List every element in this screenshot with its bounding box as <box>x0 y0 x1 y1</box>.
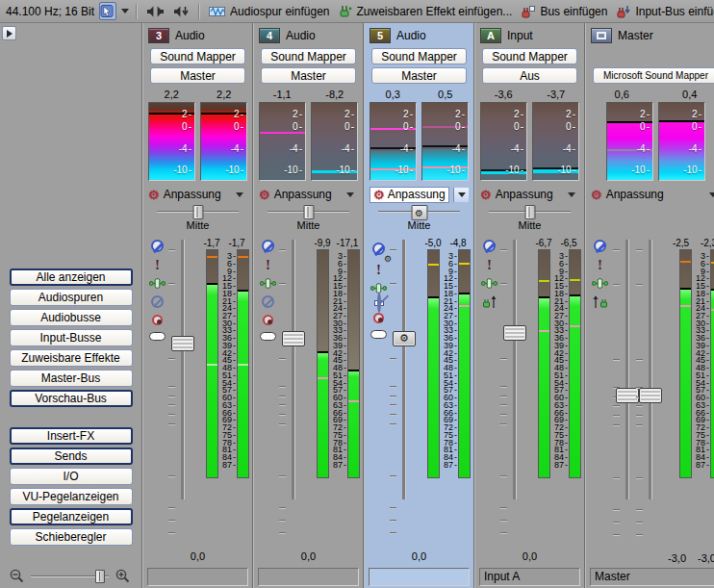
fader-track[interactable] <box>181 240 185 499</box>
sidebar-button-vorschau-bus[interactable]: Vorschau-Bus <box>10 390 133 407</box>
fader-track[interactable] <box>292 240 295 499</box>
dropdown-arrow-icon[interactable] <box>568 192 575 197</box>
volume-fader[interactable]: ⚙ <box>389 238 420 549</box>
routing-button[interactable]: Master <box>261 67 356 84</box>
mute-button[interactable] <box>594 240 606 252</box>
volume-fader[interactable] <box>278 238 309 549</box>
mute-button-with-automation[interactable]: ⚙ <box>372 240 385 257</box>
sidebar-button-sends[interactable]: Sends <box>10 447 133 465</box>
selection-tool-button[interactable] <box>99 2 116 20</box>
record-arm-button[interactable] <box>152 315 163 325</box>
automation-settings-button[interactable] <box>370 330 387 339</box>
output-device-button[interactable]: Sound Mapper <box>150 48 245 64</box>
mute-button[interactable] <box>262 240 274 252</box>
fx-chain-button[interactable] <box>592 278 608 289</box>
pan-slider-thumb[interactable] <box>524 205 535 219</box>
adjustment-selector[interactable]: ⚙Anpassung <box>259 186 358 203</box>
volume-fader[interactable] <box>499 238 530 549</box>
strip-name-field[interactable] <box>369 568 470 586</box>
strip-name-field[interactable] <box>147 568 248 586</box>
sidebar-button-master-bus[interactable]: Master-Bus <box>10 370 133 387</box>
adjustment-selector[interactable]: ⚙Anpassung <box>480 186 579 203</box>
record-arm-button[interactable] <box>263 315 273 325</box>
fader-thumb[interactable] <box>282 331 305 346</box>
insert-input-bus-button[interactable]: Input-Bus einfügen <box>614 4 714 19</box>
input-routing-button[interactable] <box>482 295 497 310</box>
mute-button[interactable] <box>151 240 164 252</box>
fader-track[interactable] <box>513 240 517 499</box>
sidebar-button-zuweisbare-effekte[interactable]: Zuweisbare Effekte <box>10 349 133 367</box>
insert-bus-button[interactable]: Bus einfügen <box>519 4 609 19</box>
phase-invert-button-pressed[interactable] <box>374 300 384 306</box>
fader-thumb[interactable]: ⚙ <box>393 331 416 346</box>
output-device-button[interactable]: Sound Mapper <box>261 48 356 64</box>
zoom-slider-thumb[interactable] <box>95 570 105 583</box>
insert-assignable-fx-button[interactable]: Zuweisbaren Effekt einfügen... <box>336 4 514 19</box>
fader-thumb[interactable] <box>171 336 194 351</box>
strip-name-field[interactable]: Master <box>590 568 714 586</box>
fader-track[interactable] <box>625 240 629 499</box>
fader-track[interactable] <box>649 240 652 499</box>
routing-button[interactable]: Master <box>371 67 467 84</box>
fader-track[interactable] <box>402 240 406 499</box>
sidebar-button-vu-pegelanzeigen[interactable]: VU-Pegelanzeigen <box>10 488 133 505</box>
solo-button[interactable]: ! <box>487 259 492 271</box>
fader-thumb[interactable] <box>639 388 662 403</box>
solo-button[interactable]: ! <box>598 259 602 271</box>
dropdown-arrow-icon[interactable] <box>709 192 714 197</box>
dim-output-button[interactable] <box>171 4 191 19</box>
adjustment-selector[interactable]: ⚙Anpassung <box>370 186 469 203</box>
pan-slider-thumb[interactable]: ⚙ <box>411 205 427 220</box>
sidebar-button-audiobusse[interactable]: Audiobusse <box>10 309 133 326</box>
adjustment-selector[interactable]: ⚙Anpassung <box>148 186 247 203</box>
strip-header[interactable]: 4Audio <box>256 27 361 44</box>
automation-settings-button[interactable] <box>149 332 166 341</box>
adjustment-dropdown-button[interactable] <box>453 188 469 202</box>
solo-button[interactable]: ! <box>155 259 160 271</box>
zoom-in-icon[interactable] <box>115 569 130 583</box>
phase-invert-button[interactable] <box>262 295 274 308</box>
output-device-button[interactable]: Sound Mapper <box>482 48 577 64</box>
strip-header[interactable]: Master <box>588 27 714 44</box>
output-device-button[interactable]: Sound Mapper <box>371 48 467 64</box>
pan-slider-thumb[interactable] <box>192 205 203 219</box>
solo-button[interactable]: ! <box>376 264 381 276</box>
record-arm-button[interactable] <box>373 313 384 323</box>
expand-panel-button[interactable] <box>2 26 16 40</box>
zoom-out-icon[interactable] <box>10 569 24 583</box>
sidebar-button-insert-fx[interactable]: Insert-FX <box>10 427 133 445</box>
sidebar-button-audiospuren[interactable]: Audiospuren <box>10 289 133 306</box>
fader-thumb[interactable] <box>503 325 526 341</box>
strip-header[interactable]: AInput <box>477 27 582 44</box>
dropdown-arrow-icon[interactable] <box>236 192 243 197</box>
strip-header[interactable]: 5Audio <box>367 27 472 44</box>
dropdown-arrow-icon[interactable] <box>346 192 354 197</box>
mute-button[interactable] <box>483 240 496 252</box>
fx-chain-button[interactable] <box>149 278 166 289</box>
routing-button[interactable]: Microsoft Sound Mapper <box>593 67 714 84</box>
strip-header[interactable]: 3Audio <box>145 27 250 44</box>
zoom-slider[interactable] <box>31 569 109 582</box>
automation-settings-button[interactable] <box>260 332 276 341</box>
phase-invert-button[interactable] <box>151 295 164 308</box>
routing-button[interactable]: Master <box>150 67 245 84</box>
adjustment-combobox[interactable]: ⚙Anpassung <box>370 187 449 203</box>
sidebar-button-pegelanzeigen[interactable]: Pegelanzeigen <box>10 508 133 525</box>
output-routing-button[interactable] <box>593 295 608 310</box>
sidebar-button-alle-anzeigen[interactable]: Alle anzeigen <box>10 268 133 286</box>
fx-chain-button[interactable] <box>260 278 276 289</box>
volume-fader[interactable] <box>167 238 198 549</box>
adjustment-selector[interactable]: ⚙Anpassung <box>591 186 714 203</box>
strip-name-field[interactable] <box>258 568 359 586</box>
tool-dropdown-arrow[interactable] <box>121 9 129 13</box>
routing-button[interactable]: Aus <box>482 67 577 84</box>
insert-audio-track-button[interactable]: Audiospur einfügen <box>207 4 331 19</box>
solo-button[interactable]: ! <box>266 259 270 271</box>
sidebar-button-input-busse[interactable]: Input-Busse <box>10 329 133 346</box>
pan-slider-thumb[interactable] <box>303 205 314 219</box>
downmix-output-button[interactable] <box>144 4 166 19</box>
volume-fader[interactable] <box>610 238 666 550</box>
fx-chain-button[interactable] <box>481 278 497 289</box>
sidebar-button-schieberegler[interactable]: Schieberegler <box>10 528 133 546</box>
sidebar-button-i-o[interactable]: I/O <box>10 468 133 485</box>
